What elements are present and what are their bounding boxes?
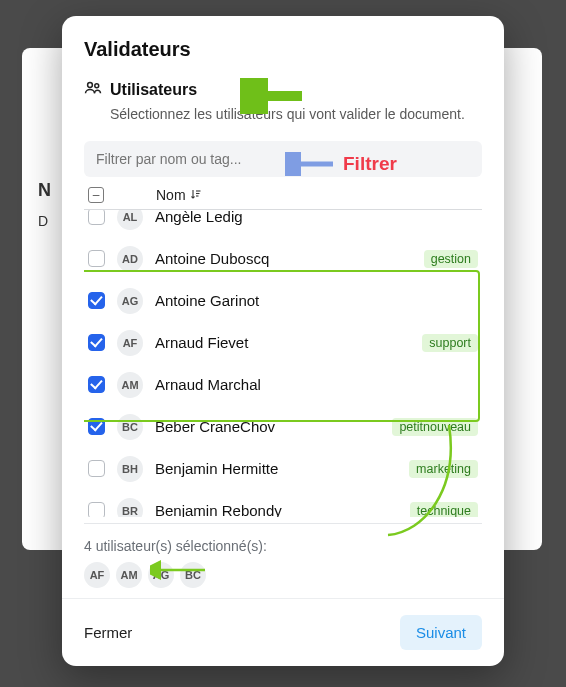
user-rows: ALAngèle LedigADAntoine DuboscqgestionAG… <box>84 210 482 517</box>
avatar: BC <box>117 414 143 440</box>
selection-summary: 4 utilisateur(s) sélectionné(s): AFAMAGB… <box>84 523 482 588</box>
section-users-header: Utilisateurs <box>84 79 482 101</box>
user-tag: gestion <box>424 250 478 268</box>
user-name: Angèle Ledig <box>155 210 478 226</box>
sort-icon <box>190 187 202 203</box>
section-subheading: Sélectionnez les utilisateurs qui vont v… <box>110 105 482 125</box>
avatar: AD <box>117 246 143 272</box>
user-name: Beber CraneChov <box>155 418 380 435</box>
summary-avatars: AFAMAGBC <box>84 562 482 588</box>
avatar: BR <box>117 498 143 517</box>
column-name-header[interactable]: Nom <box>156 187 202 203</box>
user-name: Antoine Garinot <box>155 292 478 309</box>
section-heading: Utilisateurs <box>110 81 197 99</box>
user-tag: support <box>422 334 478 352</box>
user-name: Benjamin Rebondy <box>155 502 398 517</box>
user-tag: marketing <box>409 460 478 478</box>
user-name: Benjamin Hermitte <box>155 460 397 477</box>
user-row[interactable]: AFArnaud Fievetsupport <box>84 322 482 364</box>
user-row[interactable]: AMArnaud Marchal <box>84 364 482 406</box>
select-all-checkbox[interactable]: – <box>88 187 104 203</box>
next-button[interactable]: Suivant <box>400 615 482 650</box>
user-row[interactable]: AGAntoine Garinot <box>84 280 482 322</box>
row-checkbox[interactable] <box>88 210 105 226</box>
user-row[interactable]: BRBenjamin Rebondytechnique <box>84 490 482 517</box>
summary-text: 4 utilisateur(s) sélectionné(s): <box>84 538 482 554</box>
close-button[interactable]: Fermer <box>84 624 132 641</box>
avatar: AM <box>117 372 143 398</box>
user-row[interactable]: BHBenjamin Hermittemarketing <box>84 448 482 490</box>
avatar: AL <box>117 210 143 230</box>
modal-footer: Fermer Suivant <box>62 598 504 666</box>
user-row[interactable]: BCBeber CraneChovpetitnouveau <box>84 406 482 448</box>
avatar: BH <box>117 456 143 482</box>
avatar: AF <box>117 330 143 356</box>
row-checkbox[interactable] <box>88 250 105 267</box>
filter-input[interactable] <box>84 141 482 177</box>
user-name: Arnaud Marchal <box>155 376 478 393</box>
user-name: Antoine Duboscq <box>155 250 412 267</box>
summary-avatar: AM <box>116 562 142 588</box>
row-checkbox[interactable] <box>88 292 105 309</box>
row-checkbox[interactable] <box>88 334 105 351</box>
user-tag: petitnouveau <box>392 418 478 436</box>
row-checkbox[interactable] <box>88 418 105 435</box>
validators-modal: Validateurs Utilisateurs Sélectionnez le… <box>62 16 504 666</box>
summary-avatar: AF <box>84 562 110 588</box>
summary-avatar: AG <box>148 562 174 588</box>
table-header: – Nom <box>84 177 482 210</box>
svg-point-1 <box>95 84 99 88</box>
row-checkbox[interactable] <box>88 460 105 477</box>
user-row[interactable]: ADAntoine Duboscqgestion <box>84 238 482 280</box>
modal-title: Validateurs <box>84 38 482 61</box>
user-tag: technique <box>410 502 478 517</box>
user-name: Arnaud Fievet <box>155 334 410 351</box>
avatar: AG <box>117 288 143 314</box>
row-checkbox[interactable] <box>88 502 105 517</box>
svg-point-0 <box>88 83 93 88</box>
users-icon <box>84 79 102 101</box>
user-row[interactable]: ALAngèle Ledig <box>84 210 482 238</box>
row-checkbox[interactable] <box>88 376 105 393</box>
summary-avatar: BC <box>180 562 206 588</box>
